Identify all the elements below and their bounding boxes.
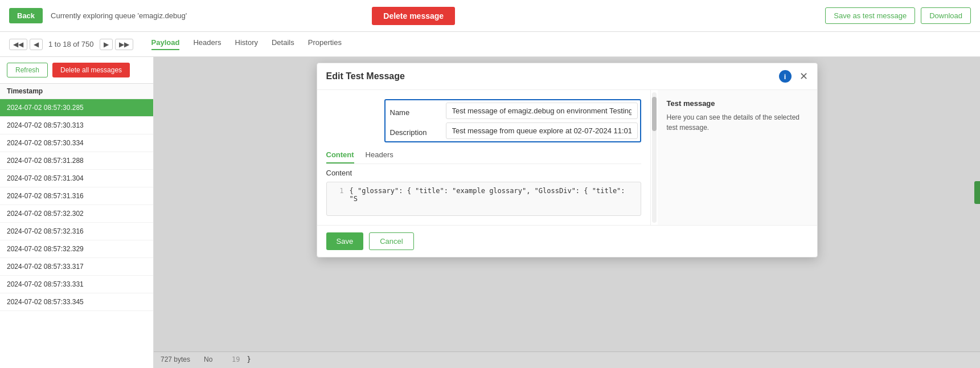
sidebar: Refresh Delete all messages Timestamp 20… — [0, 57, 154, 368]
list-item[interactable]: 2024-07-02 08:57:33.317 — [0, 258, 153, 276]
code-editor-content: { "glossary": { "title": "example glossa… — [350, 187, 635, 211]
first-page-button[interactable]: ◀◀ — [9, 39, 27, 50]
list-item[interactable]: 2024-07-02 08:57:32.329 — [0, 240, 153, 258]
tab-modal-headers[interactable]: Headers — [366, 150, 393, 163]
sidebar-toolbar: Refresh Delete all messages — [0, 57, 153, 84]
save-test-message-button[interactable]: Save as test message — [825, 7, 915, 24]
modal-scrollbar[interactable] — [652, 92, 657, 223]
refresh-button[interactable]: Refresh — [7, 63, 48, 77]
delete-message-button[interactable]: Delete message — [372, 7, 455, 25]
modal-overlay: Edit Test Message i ✕ — [154, 57, 980, 368]
tab-headers[interactable]: Headers — [193, 38, 221, 50]
back-button[interactable]: Back — [9, 8, 43, 23]
pagination-arrows: ◀◀ ◀ 1 to 18 of 750 ▶ ▶▶ — [9, 39, 133, 50]
code-line-number: 1 — [333, 187, 344, 211]
name-label: Name — [388, 105, 439, 117]
download-button[interactable]: Download — [921, 7, 971, 24]
list-item[interactable]: 2024-07-02 08:57:33.345 — [0, 293, 153, 311]
modal-body: Name Description Content — [317, 90, 817, 225]
top-right-buttons: Save as test message Download — [825, 7, 971, 24]
timestamp-header: Timestamp — [0, 84, 153, 99]
modal-close-button[interactable]: ✕ — [799, 70, 808, 83]
next-page-button[interactable]: ▶ — [100, 39, 113, 50]
main-layout: Refresh Delete all messages Timestamp 20… — [0, 57, 980, 368]
page-label: 1 to 18 of 750 — [48, 40, 94, 48]
list-item[interactable]: 2024-07-02 08:57:32.302 — [0, 205, 153, 223]
right-panel-title: Test message — [667, 99, 808, 108]
description-label: Description — [388, 125, 439, 137]
modal-scroll-thumb[interactable] — [652, 97, 657, 131]
code-editor[interactable]: 1 { "glossary": { "title": "example glos… — [326, 182, 641, 216]
tab-details[interactable]: Details — [272, 38, 294, 50]
list-item[interactable]: 2024-07-02 08:57:32.316 — [0, 223, 153, 240]
modal-tabs: Content Headers — [326, 150, 641, 164]
list-item[interactable]: 2024-07-02 08:57:33.331 — [0, 276, 153, 293]
content-section-label: Content — [326, 169, 641, 177]
modal-title: Edit Test Message — [326, 71, 405, 81]
queue-label: Currently exploring queue 'emagiz.debug' — [51, 11, 187, 20]
list-item[interactable]: 2024-07-02 08:57:31.316 — [0, 187, 153, 205]
modal-footer: Save Cancel — [317, 225, 817, 257]
delete-all-messages-button[interactable]: Delete all messages — [52, 63, 130, 77]
top-bar: Back Currently exploring queue 'emagiz.d… — [0, 0, 980, 32]
save-button[interactable]: Save — [326, 232, 364, 250]
cancel-button[interactable]: Cancel — [369, 232, 413, 250]
list-item[interactable]: 2024-07-02 08:57:31.304 — [0, 170, 153, 187]
nav-tabs: Payload Headers History Details Properti… — [151, 38, 342, 50]
content-area: 727 bytes No 19 } Edit Test Message i ✕ — [154, 57, 980, 368]
nav-bar: ◀◀ ◀ 1 to 18 of 750 ▶ ▶▶ Payload Headers… — [0, 32, 980, 57]
list-item[interactable]: 2024-07-02 08:57:30.334 — [0, 134, 153, 152]
prev-page-button[interactable]: ◀ — [30, 39, 43, 50]
info-icon[interactable]: i — [779, 70, 792, 83]
name-input[interactable] — [446, 103, 638, 119]
last-page-button[interactable]: ▶▶ — [115, 39, 133, 50]
list-item[interactable]: 2024-07-02 08:57:30.313 — [0, 117, 153, 134]
modal-right-panel: Test message Here you can see the detail… — [658, 90, 817, 225]
list-item[interactable]: 2024-07-02 08:57:30.285 — [0, 99, 153, 117]
tab-content[interactable]: Content — [326, 150, 354, 163]
edit-test-message-modal: Edit Test Message i ✕ — [317, 63, 818, 257]
tab-properties[interactable]: Properties — [308, 38, 342, 50]
fields-highlight-box: Name Description — [384, 99, 641, 142]
right-panel-text: Here you can see the details of the sele… — [667, 112, 808, 133]
list-item[interactable]: 2024-07-02 08:57:31.288 — [0, 152, 153, 170]
description-input[interactable] — [446, 122, 638, 139]
tab-payload[interactable]: Payload — [151, 38, 180, 50]
modal-header: Edit Test Message i ✕ — [317, 63, 817, 90]
modal-left-panel: Name Description Content — [317, 90, 651, 225]
tab-history[interactable]: History — [235, 38, 258, 50]
